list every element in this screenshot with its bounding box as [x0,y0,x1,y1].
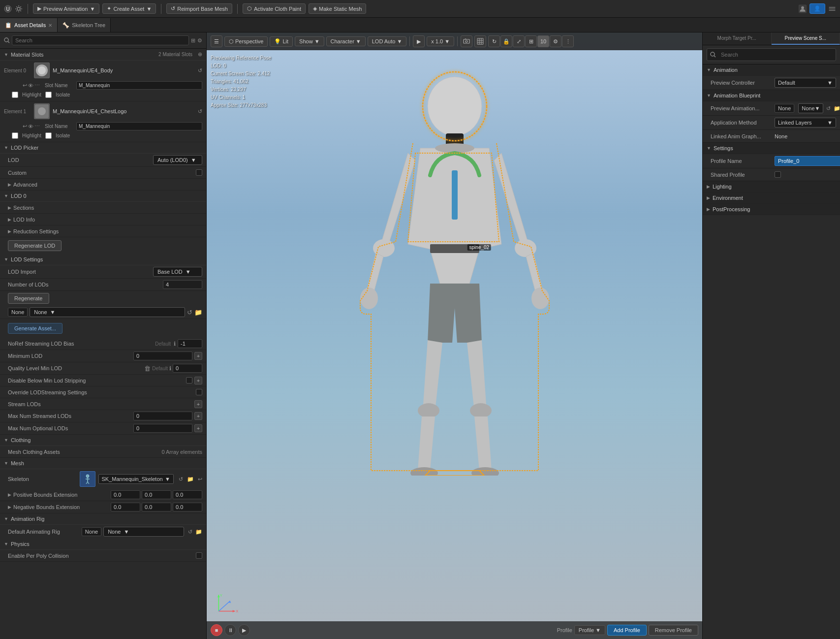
positive-bounds-z[interactable] [173,490,202,499]
pause-btn[interactable]: ⏸ [224,624,236,636]
environment-header[interactable]: ▶ Environment [703,192,840,204]
add-profile-btn[interactable]: Add Profile [607,625,647,636]
num-lods-input[interactable] [163,280,202,289]
highlight-1-checkbox[interactable] [12,132,18,139]
trash-icon[interactable]: 🗑 [144,365,151,372]
custom-checkbox[interactable] [196,169,202,176]
profile-name-input[interactable] [775,156,840,166]
close-asset-details-icon[interactable]: ✕ [48,23,52,28]
character-btn[interactable]: Character ▼ [326,36,366,46]
preview-anim-dropdown[interactable]: None ▼ [798,103,823,113]
activate-cloth-btn[interactable]: ⬡ Activate Cloth Paint [243,3,306,14]
show-btn[interactable]: Show ▼ [295,36,324,46]
browse-skeleton-icon[interactable]: 📁 [187,476,194,482]
lit-btn[interactable]: 💡 Lit [270,36,293,47]
eye-0-icon[interactable]: 👁 [28,83,33,89]
lod-dropdown[interactable]: None ▼ [30,307,185,317]
browse-preview-icon[interactable]: 📁 [834,105,840,112]
enable-per-poly-checkbox[interactable] [196,552,202,559]
tab-skeleton-tree[interactable]: 🦴 Skeleton Tree [58,18,111,32]
profile-dropdown-btn[interactable]: Profile ▼ [574,625,605,635]
make-static-btn[interactable]: ◈ Make Static Mesh [309,3,366,14]
dots-1-icon[interactable]: ⋯ [34,123,40,129]
refresh-icon[interactable]: ↺ [187,309,192,316]
settings2-icon[interactable] [828,5,836,13]
add-material-icon[interactable]: ⊕ [198,51,202,58]
reduction-settings-row[interactable]: ▶ Reduction Settings [0,225,206,237]
right-search-input[interactable] [718,50,833,59]
quality-lod-input[interactable] [173,364,202,373]
expand-icon-btn[interactable]: ⤢ [513,35,525,47]
max-streamed-input[interactable] [133,412,192,420]
regenerate-btn[interactable]: Regenerate [8,293,49,304]
physics-header[interactable]: ▼ Physics [0,539,206,550]
eye-1-icon[interactable]: 👁 [28,124,33,129]
view-options-icon[interactable]: ⊞ [191,37,195,44]
browse-rig-icon[interactable]: 📁 [195,529,202,535]
camera-icon-btn[interactable] [461,35,472,47]
regenerate-lod-btn[interactable]: Regenerate LOD [8,240,62,251]
add-disable-icon[interactable]: + [194,377,202,384]
refresh-skeleton-icon[interactable]: ↺ [179,476,183,482]
anim-rig-dropdown[interactable]: None ▼ [103,527,184,537]
add-max-streamed-icon[interactable]: + [194,412,202,420]
lod0-header[interactable]: ▼ LOD 0 [0,191,206,202]
num-btn-10[interactable]: 10 [537,35,549,47]
skeleton-dropdown[interactable]: SK_Mannequin_Skeleton ▼ [98,474,174,484]
negative-bounds-x[interactable] [111,503,140,511]
min-lod-input[interactable] [133,351,192,360]
reset-skeleton-icon[interactable]: ↩ [198,476,202,482]
arrow-1-icon[interactable]: ↩ [23,123,27,129]
lod-import-dropdown[interactable]: Base LOD ▼ [153,267,202,277]
remove-profile-btn[interactable]: Remove Profile [649,625,698,636]
sections-row[interactable]: ▶ Sections [0,202,206,214]
disable-below-checkbox[interactable] [186,377,192,383]
isolate-0-checkbox[interactable] [45,92,52,98]
grid2-icon-btn[interactable]: ⊞ [525,35,537,47]
settings3-icon-btn[interactable]: ⚙ [550,35,561,47]
speed-btn[interactable]: x 1.0 ▼ [427,36,454,46]
grid-btn[interactable] [474,35,486,47]
play-anim-btn[interactable]: ▶ [238,624,250,636]
user-icon[interactable] [799,5,807,13]
perspective-btn[interactable]: ⬡ Perspective [224,36,268,47]
settings-section-header[interactable]: ▼ Settings [703,143,840,154]
material-slots-header[interactable]: ▼ Material Slots 2 Material Slots ⊕ [0,49,206,61]
preview-animation-btn[interactable]: ▶ Preview Animation ▼ [33,3,99,14]
create-asset-btn[interactable]: ✦ Create Asset ▼ [102,3,156,14]
lighting-header[interactable]: ▶ Lighting [703,181,840,192]
morph-target-tab[interactable]: Morph Target Pr... [703,32,772,45]
refresh-preview-icon[interactable]: ↺ [826,105,831,112]
settings-icon[interactable] [15,5,23,13]
browse-icon[interactable]: 📁 [194,309,202,316]
application-method-dropdown[interactable]: Linked Layers ▼ [775,118,836,128]
reimport-btn[interactable]: ↺ Reimport Base Mesh [166,3,232,14]
slot-name-value-1[interactable]: M_Mannequin [76,122,202,130]
noref-input[interactable] [178,339,202,348]
dots-0-icon[interactable]: ⋯ [34,82,40,89]
tab-asset-details[interactable]: 📋 Asset Details ✕ [0,18,58,32]
lod-auto-btn[interactable]: LOD Auto ▼ [368,36,407,46]
play-btn[interactable]: ▶ [413,35,425,47]
add-stream-icon[interactable]: + [194,400,202,408]
shared-profile-checkbox[interactable] [775,171,781,178]
lod-info-row[interactable]: ▶ LOD Info [0,214,206,225]
preview-scene-tab[interactable]: Preview Scene S... [772,32,840,45]
reset-0-icon[interactable]: ↺ [198,67,202,74]
settings-icon[interactable]: ⚙ [197,37,202,44]
search-input[interactable] [12,35,189,45]
isolate-1-checkbox[interactable] [45,132,52,139]
arrow-0-icon[interactable]: ↩ [23,82,27,89]
max-optional-input[interactable] [133,424,192,433]
override-checkbox[interactable] [196,389,202,395]
lock-icon-btn[interactable]: 🔒 [500,35,512,47]
mesh-header[interactable]: ▼ Mesh [0,458,206,469]
negative-bounds-z[interactable] [173,503,202,511]
rotate-icon-btn[interactable]: ↻ [488,35,500,47]
hamburger-menu-btn[interactable]: ☰ [211,35,222,47]
positive-bounds-y[interactable] [142,490,171,499]
add-min-lod-icon[interactable]: + [194,352,202,360]
viewport[interactable]: ☰ ⬡ Perspective 💡 Lit Show ▼ Character ▼… [207,32,702,639]
anim-rig-header[interactable]: ▼ Animation Rig [0,513,206,525]
highlight-0-checkbox[interactable] [12,92,18,98]
